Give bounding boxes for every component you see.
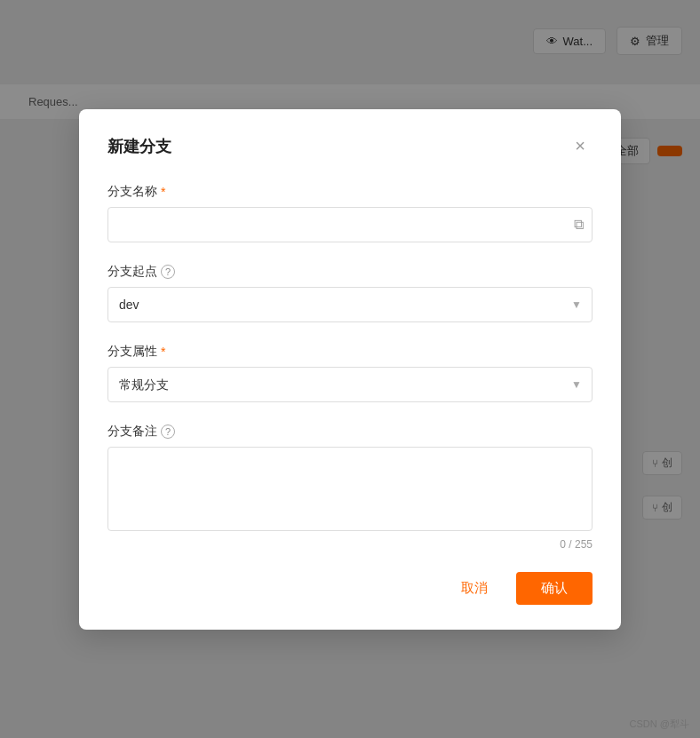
modal-header: 新建分支 × [107, 134, 593, 159]
branch-start-group: 分支起点 ? dev master main ▼ [107, 264, 593, 322]
branch-note-label: 分支备注 ? [107, 424, 593, 440]
modal-title: 新建分支 [107, 136, 171, 157]
branch-attr-label: 分支属性 * [107, 344, 593, 360]
branch-attr-required: * [161, 345, 165, 359]
branch-name-label-text: 分支名称 [107, 184, 157, 200]
cancel-button[interactable]: 取消 [447, 573, 502, 604]
copy-icon[interactable]: ⧉ [574, 217, 584, 233]
confirm-button[interactable]: 确认 [516, 572, 593, 605]
branch-start-select[interactable]: dev master main [107, 287, 593, 322]
branch-start-label-text: 分支起点 [107, 264, 157, 280]
branch-attr-group: 分支属性 * 常规分支 保护分支 只读分支 ▼ [107, 344, 593, 402]
new-branch-modal: 新建分支 × 分支名称 * ⧉ 分支起点 ? dev master main ▼ [79, 109, 621, 630]
branch-name-input[interactable] [107, 207, 593, 242]
branch-name-label: 分支名称 * [107, 184, 593, 200]
branch-start-select-wrapper: dev master main ▼ [107, 287, 593, 322]
branch-attr-label-text: 分支属性 [107, 344, 157, 360]
branch-note-help-icon[interactable]: ? [161, 425, 175, 439]
branch-start-label: 分支起点 ? [107, 264, 593, 280]
branch-attr-select-wrapper: 常规分支 保护分支 只读分支 ▼ [107, 367, 593, 402]
branch-start-help-icon[interactable]: ? [161, 265, 175, 279]
char-count: 0 / 255 [107, 538, 593, 551]
branch-note-textarea[interactable] [107, 447, 593, 531]
branch-name-group: 分支名称 * ⧉ [107, 184, 593, 242]
branch-note-label-text: 分支备注 [107, 424, 157, 440]
branch-name-required: * [161, 185, 165, 199]
close-button[interactable]: × [568, 134, 593, 159]
branch-attr-select[interactable]: 常规分支 保护分支 只读分支 [107, 367, 593, 402]
modal-footer: 取消 确认 [107, 572, 593, 605]
branch-name-input-wrapper: ⧉ [107, 207, 593, 242]
branch-note-group: 分支备注 ? 0 / 255 [107, 424, 593, 551]
